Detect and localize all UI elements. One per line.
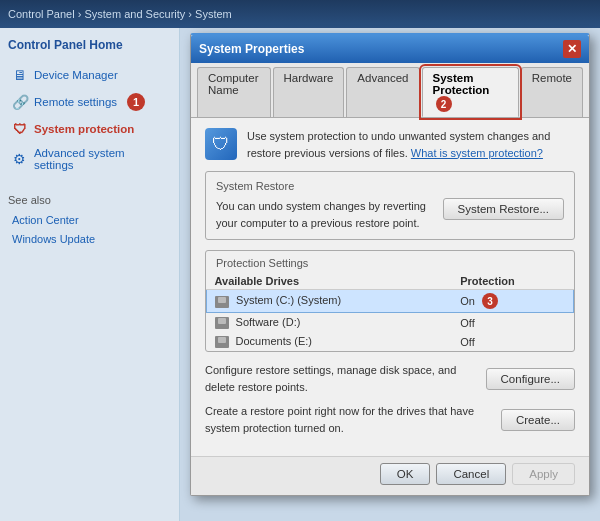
tab-remote[interactable]: Remote (521, 67, 583, 117)
system-protection-icon: 🛡 (12, 121, 28, 137)
sidebar-item-label: Device Manager (34, 69, 118, 81)
right-area: System Properties ✕ Computer Name Hardwa… (180, 28, 600, 521)
what-is-system-protection-link[interactable]: What is system protection? (411, 147, 543, 159)
configure-description: Configure restore settings, manage disk … (205, 362, 478, 395)
sidebar-item-device-manager[interactable]: 🖥 Device Manager (8, 64, 171, 86)
drive-c-icon (215, 296, 229, 308)
taskbar: Control Panel › System and Security › Sy… (0, 0, 600, 28)
remote-settings-icon: 🔗 (12, 94, 28, 110)
dialog-bottom-buttons: OK Cancel Apply (191, 456, 589, 495)
see-also-action-center[interactable]: Action Center (8, 212, 171, 228)
drive-e-label: Documents (E:) (207, 332, 453, 351)
breadcrumb: Control Panel › System and Security › Sy… (8, 8, 232, 20)
sidebar-item-label: Remote settings (34, 96, 117, 108)
protection-settings-title: Protection Settings (206, 251, 574, 273)
sidebar-item-label: Advanced system settings (34, 147, 167, 171)
drives-table: Available Drives Protection System (C:) … (206, 273, 574, 351)
device-manager-icon: 🖥 (12, 67, 28, 83)
system-restore-description: You can undo system changes by reverting… (216, 198, 435, 231)
drive-d-protection: Off (452, 313, 573, 333)
see-also-windows-update[interactable]: Windows Update (8, 231, 171, 247)
sidebar-item-system-protection[interactable]: 🛡 System protection (8, 118, 171, 140)
tab-bar: Computer Name Hardware Advanced System P… (191, 63, 589, 118)
protection-settings-section: Protection Settings Available Drives Pro… (205, 250, 575, 352)
drive-d-label: Software (D:) (207, 313, 453, 333)
advanced-settings-icon: ⚙ (12, 151, 28, 167)
system-restore-content: You can undo system changes by reverting… (216, 198, 564, 231)
create-section: Create a restore point right now for the… (205, 403, 575, 436)
remote-settings-badge: 1 (127, 93, 145, 111)
tab-hardware[interactable]: Hardware (273, 67, 345, 117)
apply-button[interactable]: Apply (512, 463, 575, 485)
system-restore-section: System Restore You can undo system chang… (205, 171, 575, 240)
create-description: Create a restore point right now for the… (205, 403, 493, 436)
sidebar-item-remote-settings[interactable]: 🔗 Remote settings 1 (8, 90, 171, 114)
system-restore-title: System Restore (216, 180, 564, 192)
info-text: Use system protection to undo unwanted s… (247, 128, 575, 161)
ok-button[interactable]: OK (380, 463, 431, 485)
table-row[interactable]: Software (D:) Off (207, 313, 574, 333)
drive-e-protection: Off (452, 332, 573, 351)
info-section: 🛡 Use system protection to undo unwanted… (205, 128, 575, 161)
system-restore-button[interactable]: System Restore... (443, 198, 564, 220)
col-protection-header: Protection (452, 273, 573, 290)
left-panel: Control Panel Home 🖥 Device Manager 🔗 Re… (0, 28, 180, 521)
system-info-icon: 🛡 (205, 128, 237, 160)
sidebar-item-advanced-settings[interactable]: ⚙ Advanced system settings (8, 144, 171, 174)
dialog-close-button[interactable]: ✕ (563, 40, 581, 58)
drive-c-label: System (C:) (System) (207, 290, 453, 313)
drive-e-icon (215, 336, 229, 348)
system-protection-tab-badge: 2 (436, 96, 452, 112)
cancel-button[interactable]: Cancel (436, 463, 506, 485)
drive-c-row-badge: 3 (482, 293, 498, 309)
system-properties-dialog: System Properties ✕ Computer Name Hardwa… (190, 33, 590, 496)
table-row[interactable]: System (C:) (System) On 3 (207, 290, 574, 313)
panel-title: Control Panel Home (8, 38, 171, 52)
tab-system-protection[interactable]: System Protection 2 (422, 67, 519, 117)
drive-c-protection: On 3 (452, 290, 573, 313)
tab-advanced[interactable]: Advanced (346, 67, 419, 117)
table-row[interactable]: Documents (E:) Off (207, 332, 574, 351)
tab-computer-name[interactable]: Computer Name (197, 67, 271, 117)
dialog-titlebar: System Properties ✕ (191, 35, 589, 63)
configure-button[interactable]: Configure... (486, 368, 575, 390)
drive-d-icon (215, 317, 229, 329)
dialog-content: 🛡 Use system protection to undo unwanted… (191, 118, 589, 456)
configure-section: Configure restore settings, manage disk … (205, 362, 575, 395)
see-also-heading: See also (8, 194, 171, 206)
dialog-title: System Properties (199, 42, 304, 56)
create-button[interactable]: Create... (501, 409, 575, 431)
sidebar-item-label: System protection (34, 123, 134, 135)
col-drives-header: Available Drives (207, 273, 453, 290)
